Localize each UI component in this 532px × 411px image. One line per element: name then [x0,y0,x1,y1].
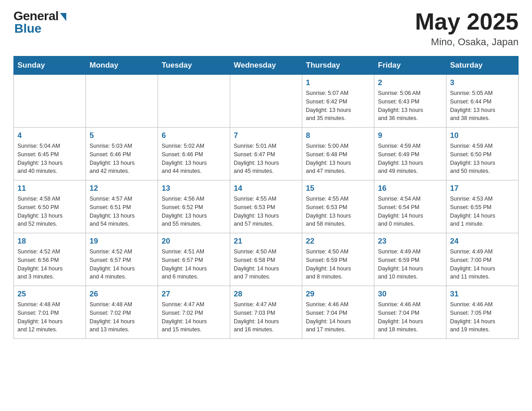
calendar-subtitle: Mino, Osaka, Japan [415,36,519,48]
calendar-week-row: 18Sunrise: 4:52 AM Sunset: 6:56 PM Dayli… [14,233,519,286]
table-row: 7Sunrise: 5:01 AM Sunset: 6:47 PM Daylig… [230,128,302,180]
day-number: 30 [378,290,442,299]
day-info: Sunrise: 4:52 AM Sunset: 6:57 PM Dayligh… [90,248,154,281]
day-info: Sunrise: 4:55 AM Sunset: 6:53 PM Dayligh… [234,195,298,228]
day-number: 31 [450,290,515,299]
table-row: 22Sunrise: 4:50 AM Sunset: 6:59 PM Dayli… [302,233,374,286]
day-info: Sunrise: 4:59 AM Sunset: 6:50 PM Dayligh… [450,142,515,176]
table-row: 4Sunrise: 5:04 AM Sunset: 6:45 PM Daylig… [14,128,86,180]
table-row: 10Sunrise: 4:59 AM Sunset: 6:50 PM Dayli… [446,128,519,180]
day-number: 28 [234,290,298,299]
day-number: 18 [17,237,82,246]
day-number: 12 [90,184,154,193]
day-number: 13 [162,184,226,193]
day-number: 8 [306,131,370,140]
table-row: 3Sunrise: 5:05 AM Sunset: 6:44 PM Daylig… [446,75,519,128]
table-row: 16Sunrise: 4:54 AM Sunset: 6:54 PM Dayli… [374,180,446,233]
table-row [230,75,302,128]
weekday-header-friday: Friday [374,56,446,75]
day-info: Sunrise: 4:55 AM Sunset: 6:53 PM Dayligh… [306,195,370,228]
table-row: 30Sunrise: 4:46 AM Sunset: 7:04 PM Dayli… [374,286,446,339]
logo-blue-text: Blue [14,21,42,36]
day-number: 15 [306,184,370,193]
day-info: Sunrise: 5:04 AM Sunset: 6:45 PM Dayligh… [17,142,82,176]
day-number: 14 [234,184,298,193]
table-row: 2Sunrise: 5:06 AM Sunset: 6:43 PM Daylig… [374,75,446,128]
day-info: Sunrise: 4:46 AM Sunset: 7:04 PM Dayligh… [306,300,370,334]
day-number: 19 [90,237,154,246]
calendar-week-row: 11Sunrise: 4:58 AM Sunset: 6:50 PM Dayli… [14,180,519,233]
table-row: 27Sunrise: 4:47 AM Sunset: 7:02 PM Dayli… [158,286,230,339]
day-number: 5 [90,131,154,140]
weekday-header-tuesday: Tuesday [158,56,230,75]
table-row: 17Sunrise: 4:53 AM Sunset: 6:55 PM Dayli… [446,180,519,233]
calendar-week-row: 25Sunrise: 4:48 AM Sunset: 7:01 PM Dayli… [14,286,519,339]
page-header: General Blue May 2025 Mino, Osaka, Japan [13,9,519,48]
weekday-header-saturday: Saturday [446,56,519,75]
calendar-title: May 2025 [415,9,519,34]
table-row: 1Sunrise: 5:07 AM Sunset: 6:42 PM Daylig… [302,75,374,128]
day-info: Sunrise: 4:47 AM Sunset: 7:02 PM Dayligh… [162,300,226,334]
table-row: 12Sunrise: 4:57 AM Sunset: 6:51 PM Dayli… [86,180,158,233]
day-info: Sunrise: 4:46 AM Sunset: 7:05 PM Dayligh… [450,300,515,334]
day-info: Sunrise: 4:51 AM Sunset: 6:57 PM Dayligh… [162,248,226,281]
title-block: May 2025 Mino, Osaka, Japan [415,9,519,48]
day-info: Sunrise: 4:52 AM Sunset: 6:56 PM Dayligh… [17,248,82,281]
day-info: Sunrise: 5:05 AM Sunset: 6:44 PM Dayligh… [450,89,515,123]
table-row: 24Sunrise: 4:49 AM Sunset: 7:00 PM Dayli… [446,233,519,286]
table-row: 29Sunrise: 4:46 AM Sunset: 7:04 PM Dayli… [302,286,374,339]
day-info: Sunrise: 5:00 AM Sunset: 6:48 PM Dayligh… [306,142,370,176]
day-info: Sunrise: 5:06 AM Sunset: 6:43 PM Dayligh… [378,89,442,123]
logo-arrow-icon [60,13,66,21]
calendar-body: 1Sunrise: 5:07 AM Sunset: 6:42 PM Daylig… [14,75,519,339]
calendar-week-row: 4Sunrise: 5:04 AM Sunset: 6:45 PM Daylig… [14,128,519,180]
calendar-table: SundayMondayTuesdayWednesdayThursdayFrid… [13,56,519,339]
table-row: 20Sunrise: 4:51 AM Sunset: 6:57 PM Dayli… [158,233,230,286]
calendar-header: SundayMondayTuesdayWednesdayThursdayFrid… [14,56,519,75]
day-info: Sunrise: 4:49 AM Sunset: 7:00 PM Dayligh… [450,248,515,281]
day-number: 9 [378,131,442,140]
day-info: Sunrise: 4:49 AM Sunset: 6:59 PM Dayligh… [378,248,442,281]
day-number: 26 [90,290,154,299]
day-info: Sunrise: 4:57 AM Sunset: 6:51 PM Dayligh… [90,195,154,228]
table-row: 6Sunrise: 5:02 AM Sunset: 6:46 PM Daylig… [158,128,230,180]
day-info: Sunrise: 5:01 AM Sunset: 6:47 PM Dayligh… [234,142,298,176]
table-row: 19Sunrise: 4:52 AM Sunset: 6:57 PM Dayli… [86,233,158,286]
table-row: 8Sunrise: 5:00 AM Sunset: 6:48 PM Daylig… [302,128,374,180]
logo: General Blue [13,9,66,36]
day-number: 22 [306,237,370,246]
table-row: 28Sunrise: 4:47 AM Sunset: 7:03 PM Dayli… [230,286,302,339]
day-number: 29 [306,290,370,299]
weekday-header-wednesday: Wednesday [230,56,302,75]
day-info: Sunrise: 4:50 AM Sunset: 6:59 PM Dayligh… [306,248,370,281]
table-row: 13Sunrise: 4:56 AM Sunset: 6:52 PM Dayli… [158,180,230,233]
day-number: 27 [162,290,226,299]
table-row: 18Sunrise: 4:52 AM Sunset: 6:56 PM Dayli… [14,233,86,286]
calendar-week-row: 1Sunrise: 5:07 AM Sunset: 6:42 PM Daylig… [14,75,519,128]
day-info: Sunrise: 4:54 AM Sunset: 6:54 PM Dayligh… [378,195,442,228]
day-number: 6 [162,131,226,140]
table-row [86,75,158,128]
day-info: Sunrise: 4:48 AM Sunset: 7:02 PM Dayligh… [90,300,154,334]
day-info: Sunrise: 4:46 AM Sunset: 7:04 PM Dayligh… [378,300,442,334]
table-row [14,75,86,128]
day-info: Sunrise: 4:48 AM Sunset: 7:01 PM Dayligh… [17,300,82,334]
day-info: Sunrise: 5:03 AM Sunset: 6:46 PM Dayligh… [90,142,154,176]
day-info: Sunrise: 4:50 AM Sunset: 6:58 PM Dayligh… [234,248,298,281]
day-number: 2 [378,78,442,87]
weekday-header-thursday: Thursday [302,56,374,75]
day-info: Sunrise: 4:56 AM Sunset: 6:52 PM Dayligh… [162,195,226,228]
table-row: 9Sunrise: 4:59 AM Sunset: 6:49 PM Daylig… [374,128,446,180]
day-number: 11 [17,184,82,193]
day-info: Sunrise: 4:47 AM Sunset: 7:03 PM Dayligh… [234,300,298,334]
day-info: Sunrise: 5:07 AM Sunset: 6:42 PM Dayligh… [306,89,370,123]
table-row: 11Sunrise: 4:58 AM Sunset: 6:50 PM Dayli… [14,180,86,233]
day-number: 20 [162,237,226,246]
day-number: 16 [378,184,442,193]
table-row: 14Sunrise: 4:55 AM Sunset: 6:53 PM Dayli… [230,180,302,233]
day-number: 10 [450,131,515,140]
day-info: Sunrise: 5:02 AM Sunset: 6:46 PM Dayligh… [162,142,226,176]
day-number: 7 [234,131,298,140]
table-row: 31Sunrise: 4:46 AM Sunset: 7:05 PM Dayli… [446,286,519,339]
table-row: 21Sunrise: 4:50 AM Sunset: 6:58 PM Dayli… [230,233,302,286]
